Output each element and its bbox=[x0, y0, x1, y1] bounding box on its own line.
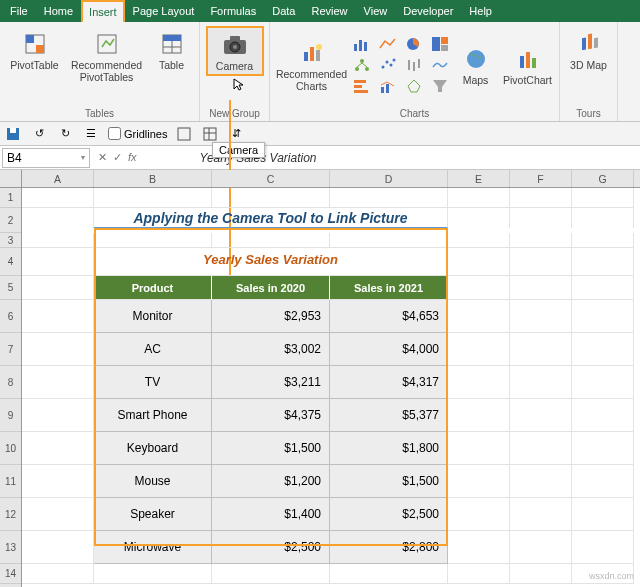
row-header[interactable]: 6 bbox=[0, 300, 21, 333]
sales-2020-cell[interactable]: $1,500 bbox=[212, 432, 330, 465]
sales-2020-cell[interactable]: $1,400 bbox=[212, 498, 330, 531]
product-cell[interactable]: TV bbox=[94, 366, 212, 399]
svg-rect-40 bbox=[520, 56, 524, 68]
pivottable-button[interactable]: PivotTable bbox=[6, 26, 64, 74]
pivotchart-button[interactable]: PivotChart bbox=[499, 41, 557, 89]
col-header[interactable]: F bbox=[510, 170, 572, 187]
row-header[interactable]: 3 bbox=[0, 233, 21, 248]
sales-2020-cell[interactable]: $2,500 bbox=[212, 531, 330, 564]
sales-2021-cell[interactable]: $5,377 bbox=[330, 399, 448, 432]
fx-icon[interactable]: fx bbox=[128, 151, 137, 164]
col-header[interactable]: E bbox=[448, 170, 510, 187]
tab-file[interactable]: File bbox=[2, 0, 36, 22]
table-title: Yearly Sales Variation bbox=[94, 248, 448, 276]
sales-2020-cell[interactable]: $1,200 bbox=[212, 465, 330, 498]
tab-help[interactable]: Help bbox=[461, 0, 500, 22]
tab-home[interactable]: Home bbox=[36, 0, 81, 22]
gridlines-input[interactable] bbox=[108, 127, 121, 140]
sales-2021-cell[interactable]: $2,800 bbox=[330, 531, 448, 564]
grid-area[interactable]: A B C D E F G Applying the Camera Tool t… bbox=[22, 170, 640, 587]
product-cell[interactable]: Keyboard bbox=[94, 432, 212, 465]
col-header[interactable]: C bbox=[212, 170, 330, 187]
row-header[interactable]: 7 bbox=[0, 333, 21, 366]
tab-data[interactable]: Data bbox=[264, 0, 303, 22]
row-header[interactable]: 5 bbox=[0, 276, 21, 300]
pivottable-label: PivotTable bbox=[10, 59, 58, 71]
row-header[interactable]: 2 bbox=[0, 208, 21, 233]
product-cell[interactable]: Monitor bbox=[94, 300, 212, 333]
rec-charts-button[interactable]: Recommended Charts bbox=[273, 35, 351, 95]
column-chart-icon[interactable] bbox=[353, 36, 375, 52]
sales-2020-cell[interactable]: $3,002 bbox=[212, 333, 330, 366]
sales-2021-cell[interactable]: $4,653 bbox=[330, 300, 448, 333]
svg-rect-48 bbox=[178, 128, 190, 140]
pie-chart-icon[interactable] bbox=[405, 36, 427, 52]
maps-icon bbox=[465, 44, 487, 74]
stock-chart-icon[interactable] bbox=[405, 57, 427, 73]
undo-icon[interactable]: ↺ bbox=[30, 125, 48, 143]
hierarchy-chart-icon[interactable] bbox=[353, 57, 375, 73]
col-header[interactable]: A bbox=[22, 170, 94, 187]
name-box[interactable]: B4 bbox=[2, 148, 90, 168]
camera-button[interactable]: Camera bbox=[206, 26, 264, 76]
svg-marker-38 bbox=[408, 80, 420, 92]
svg-rect-44 bbox=[588, 34, 592, 50]
surface-chart-icon[interactable] bbox=[431, 57, 453, 73]
sales-2021-cell[interactable]: $1,800 bbox=[330, 432, 448, 465]
svg-point-23 bbox=[360, 59, 364, 63]
scatter-chart-icon[interactable] bbox=[379, 57, 401, 73]
tab-review[interactable]: Review bbox=[303, 0, 355, 22]
row-header[interactable]: 10 bbox=[0, 432, 21, 465]
sales-2021-cell[interactable]: $4,317 bbox=[330, 366, 448, 399]
product-cell[interactable]: Microwave bbox=[94, 531, 212, 564]
row-header[interactable]: 1 bbox=[0, 188, 21, 208]
combo-chart-icon[interactable] bbox=[379, 78, 401, 94]
enter-formula-icon[interactable]: ✓ bbox=[113, 151, 122, 164]
tab-view[interactable]: View bbox=[356, 0, 396, 22]
sales-2021-cell[interactable]: $4,000 bbox=[330, 333, 448, 366]
tab-insert[interactable]: Insert bbox=[81, 0, 125, 22]
sort-icon[interactable]: ⇵ bbox=[227, 125, 245, 143]
gridlines-checkbox[interactable]: Gridlines bbox=[108, 127, 167, 140]
radar-chart-icon[interactable] bbox=[405, 78, 427, 94]
table-button[interactable]: Table bbox=[150, 26, 194, 74]
row-header[interactable]: 8 bbox=[0, 366, 21, 399]
rec-pivottables-button[interactable]: Recommended PivotTables bbox=[66, 26, 148, 86]
3dmap-button[interactable]: 3D Map bbox=[567, 26, 611, 74]
tab-developer[interactable]: Developer bbox=[395, 0, 461, 22]
touch-mode-icon[interactable]: ☰ bbox=[82, 125, 100, 143]
select-all-button[interactable] bbox=[0, 170, 21, 188]
col-header[interactable]: B bbox=[94, 170, 212, 187]
product-cell[interactable]: Smart Phone bbox=[94, 399, 212, 432]
row-header[interactable]: 11 bbox=[0, 465, 21, 498]
sales-2020-cell[interactable]: $3,211 bbox=[212, 366, 330, 399]
row-header[interactable]: 12 bbox=[0, 498, 21, 531]
bar-chart-icon[interactable] bbox=[353, 78, 375, 94]
treemap-icon[interactable] bbox=[431, 36, 453, 52]
line-chart-icon[interactable] bbox=[379, 36, 401, 52]
col-header[interactable]: G bbox=[572, 170, 634, 187]
sales-2021-cell[interactable]: $1,500 bbox=[330, 465, 448, 498]
row-header[interactable]: 9 bbox=[0, 399, 21, 432]
funnel-chart-icon[interactable] bbox=[431, 78, 453, 94]
freeze-panes-icon[interactable] bbox=[201, 125, 219, 143]
row-header[interactable]: 4 bbox=[0, 248, 21, 276]
sales-2020-cell[interactable]: $2,953 bbox=[212, 300, 330, 333]
redo-icon[interactable]: ↻ bbox=[56, 125, 74, 143]
sales-2021-cell[interactable]: $2,500 bbox=[330, 498, 448, 531]
row-header[interactable]: 14 bbox=[0, 564, 21, 584]
col-header[interactable]: D bbox=[330, 170, 448, 187]
border-icon[interactable] bbox=[175, 125, 193, 143]
svg-rect-49 bbox=[204, 128, 216, 140]
product-cell[interactable]: Speaker bbox=[94, 498, 212, 531]
svg-point-15 bbox=[316, 44, 322, 50]
save-icon[interactable] bbox=[4, 125, 22, 143]
sales-2020-cell[interactable]: $4,375 bbox=[212, 399, 330, 432]
row-header[interactable]: 13 bbox=[0, 531, 21, 564]
cancel-formula-icon[interactable]: ✕ bbox=[98, 151, 107, 164]
tab-formulas[interactable]: Formulas bbox=[202, 0, 264, 22]
product-cell[interactable]: Mouse bbox=[94, 465, 212, 498]
tab-page-layout[interactable]: Page Layout bbox=[125, 0, 203, 22]
maps-button[interactable]: Maps bbox=[455, 41, 497, 89]
product-cell[interactable]: AC bbox=[94, 333, 212, 366]
